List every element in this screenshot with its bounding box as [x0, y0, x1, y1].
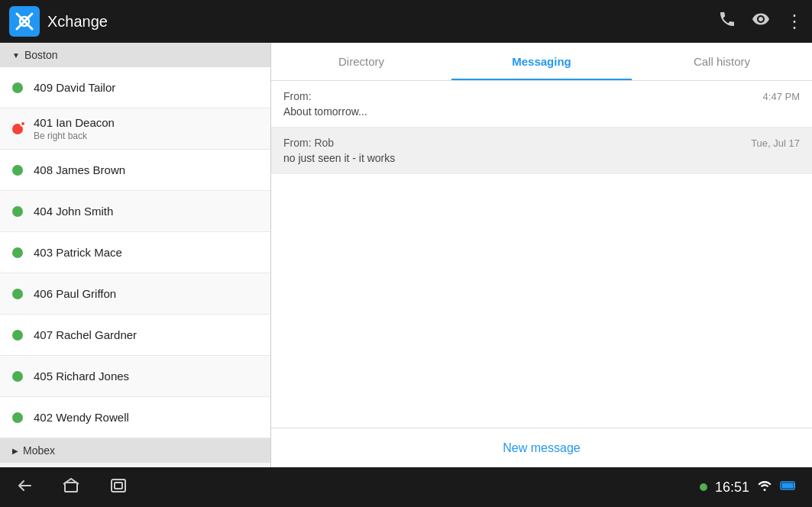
new-message-button[interactable]: New message: [503, 441, 580, 455]
contact-name: 404 John Smith: [34, 205, 113, 218]
status-bar-right: 16:51: [700, 480, 797, 496]
app-logo: [9, 6, 40, 37]
app-title: Xchange: [47, 13, 718, 31]
contact-info: 404 John Smith: [34, 205, 113, 218]
message-header: From: Rob Tue, Jul 17: [283, 137, 800, 149]
contact-item[interactable]: 408 James Brown: [0, 150, 270, 191]
tab-messaging[interactable]: Messaging: [451, 43, 632, 80]
tab-bar: Directory Messaging Call history: [271, 43, 812, 81]
status-indicator: [12, 289, 23, 299]
status-indicator: [12, 371, 23, 382]
contact-item[interactable]: 406 Paul Griffon: [0, 273, 270, 315]
contact-item[interactable]: 402 Wendy Rowell: [0, 397, 270, 438]
clock: 16:51: [715, 480, 749, 496]
overflow-menu-icon[interactable]: ⋮: [785, 11, 803, 32]
topbar: Xchange ⋮: [0, 0, 812, 43]
contact-item[interactable]: 404 John Smith: [0, 191, 270, 232]
message-preview: no just seen it - it works: [283, 152, 800, 164]
messages-area: From: 4:47 PM About tomorrow... From: Ro…: [271, 81, 812, 428]
status-indicator: [12, 330, 23, 341]
new-message-bar[interactable]: New message: [271, 428, 812, 467]
contact-item[interactable]: 401 Ian Deacon Be right back: [0, 108, 270, 150]
contact-name: 403 Patrick Mace: [34, 246, 122, 259]
contact-name: 402 Wendy Rowell: [34, 411, 129, 424]
bottombar: 16:51: [0, 467, 812, 507]
message-time: 4:47 PM: [763, 91, 800, 102]
contact-name: 409 David Tailor: [34, 81, 115, 94]
contact-info: 401 Ian Deacon Be right back: [34, 116, 115, 141]
status-indicator: [12, 124, 23, 134]
phone-icon[interactable]: [718, 10, 736, 33]
svg-rect-4: [112, 480, 125, 492]
message-preview: About tomorrow...: [283, 105, 800, 118]
contact-item[interactable]: 409 David Tailor: [0, 67, 270, 108]
contact-name: 406 Paul Griffon: [34, 287, 116, 300]
contact-name: 405 Richard Jones: [34, 370, 129, 383]
contact-name: 401 Ian Deacon: [34, 116, 115, 129]
status-indicator: [12, 82, 23, 93]
status-indicator: [12, 206, 23, 217]
status-indicator: [12, 412, 23, 423]
contact-item[interactable]: 403 Patrick Mace: [0, 232, 270, 273]
contact-item[interactable]: 407 Rachel Gardner: [0, 315, 270, 356]
message-from: From: Rob: [283, 137, 334, 149]
svg-rect-5: [115, 483, 122, 489]
topbar-actions: ⋮: [718, 10, 803, 33]
mobex-expand-arrow: ▶: [12, 447, 18, 455]
group-header-mobex[interactable]: ▶ Mobex: [0, 438, 270, 463]
battery-icon: [780, 480, 797, 494]
contact-info: 406 Paul Griffon: [34, 287, 116, 300]
message-item[interactable]: From: 4:47 PM About tomorrow...: [271, 81, 812, 128]
wifi-icon: [757, 480, 772, 495]
message-from: From:: [283, 90, 312, 102]
contact-info: 403 Patrick Mace: [34, 246, 122, 259]
contact-info: 409 David Tailor: [34, 81, 115, 94]
contact-name: 408 James Brown: [34, 163, 125, 176]
contact-item[interactable]: 405 Richard Jones: [0, 356, 270, 397]
boston-expand-arrow: ▼: [12, 51, 20, 60]
contact-name: 407 Rachel Gardner: [34, 328, 137, 341]
message-item[interactable]: From: Rob Tue, Jul 17 no just seen it - …: [271, 128, 812, 174]
contact-info: 402 Wendy Rowell: [34, 411, 129, 424]
status-indicator: [12, 247, 23, 258]
boston-group-label: Boston: [24, 49, 58, 61]
contact-info: 405 Richard Jones: [34, 370, 129, 383]
tab-directory[interactable]: Directory: [271, 43, 451, 80]
contact-status: Be right back: [34, 131, 115, 141]
main-content: ▼ Boston 409 David Tailor 401 Ian Deacon…: [0, 43, 812, 467]
svg-rect-7: [782, 483, 794, 489]
status-indicator: [12, 165, 23, 176]
group-header-boston[interactable]: ▼ Boston: [0, 43, 270, 67]
nav-icons: [15, 477, 127, 498]
contact-info: 408 James Brown: [34, 163, 125, 176]
sidebar: ▼ Boston 409 David Tailor 401 Ian Deacon…: [0, 43, 271, 467]
recents-button[interactable]: [110, 478, 127, 497]
tab-call-history[interactable]: Call history: [632, 43, 812, 80]
mobex-group-label: Mobex: [23, 444, 55, 457]
right-panel: Directory Messaging Call history From: 4…: [271, 43, 812, 467]
message-time: Tue, Jul 17: [751, 137, 800, 149]
home-button[interactable]: [63, 477, 79, 498]
back-button[interactable]: [15, 477, 32, 498]
message-header: From: 4:47 PM: [283, 90, 800, 102]
eye-icon[interactable]: [752, 10, 770, 33]
connection-status-dot: [700, 483, 707, 491]
contact-info: 407 Rachel Gardner: [34, 328, 137, 341]
svg-rect-3: [65, 483, 77, 492]
